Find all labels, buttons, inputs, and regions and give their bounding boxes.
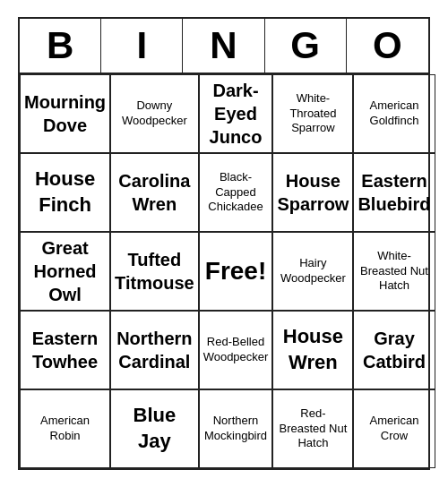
- grid-cell-24: American Crow: [353, 389, 435, 468]
- grid-cell-19: Gray Catbird: [353, 311, 435, 389]
- grid-cell-6: Carolina Wren: [110, 153, 199, 232]
- grid-cell-9: Eastern Bluebird: [353, 153, 435, 232]
- grid-cell-11: Tufted Titmouse: [110, 232, 199, 311]
- grid-cell-20: American Robin: [20, 389, 110, 468]
- grid-cell-13: Hairy Woodpecker: [272, 232, 353, 311]
- grid-cell-2: Dark-Eyed Junco: [199, 74, 273, 153]
- header-letter-g: G: [265, 19, 347, 73]
- grid-cell-5: House Finch: [20, 153, 110, 232]
- grid-cell-3: White-Throated Sparrow: [272, 74, 353, 153]
- grid-cell-4: American Goldfinch: [353, 74, 435, 153]
- grid-cell-15: Eastern Towhee: [20, 311, 110, 389]
- grid-cell-1: Downy Woodpecker: [110, 74, 199, 153]
- header-letter-o: O: [347, 19, 428, 73]
- grid-cell-16: Northern Cardinal: [110, 311, 199, 389]
- grid-cell-22: Northern Mockingbird: [199, 389, 273, 468]
- grid-cell-21: Blue Jay: [110, 389, 199, 468]
- grid-cell-23: Red-Breasted Nut Hatch: [272, 389, 353, 468]
- bingo-header: BINGO: [20, 19, 428, 74]
- grid-cell-14: White-Breasted Nut Hatch: [353, 232, 435, 311]
- grid-cell-18: House Wren: [272, 311, 353, 389]
- bingo-card: BINGO Mourning DoveDowny WoodpeckerDark-…: [18, 17, 430, 470]
- bingo-grid: Mourning DoveDowny WoodpeckerDark-Eyed J…: [20, 74, 428, 468]
- grid-cell-17: Red-Belled Woodpecker: [199, 311, 273, 389]
- grid-cell-12: Free!: [199, 232, 273, 311]
- grid-cell-10: Great Horned Owl: [20, 232, 110, 311]
- grid-cell-8: House Sparrow: [272, 153, 353, 232]
- header-letter-b: B: [20, 19, 101, 73]
- grid-cell-7: Black-Capped Chickadee: [199, 153, 273, 232]
- header-letter-i: I: [101, 19, 183, 73]
- header-letter-n: N: [183, 19, 264, 73]
- grid-cell-0: Mourning Dove: [20, 74, 110, 153]
